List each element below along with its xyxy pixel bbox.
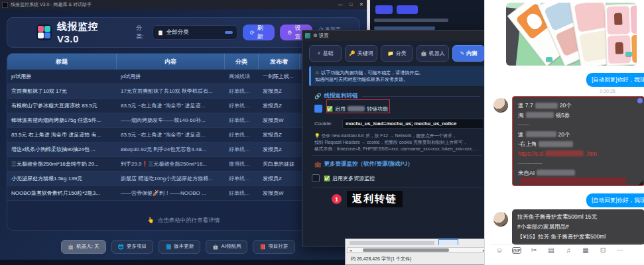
bulb-icon: 💡 (314, 133, 320, 138)
message-line: -右上角 (518, 139, 639, 149)
maximize-button[interactable]: □ (346, 2, 356, 7)
clipboard-icon: 📋 (157, 30, 163, 36)
redacted-text (374, 19, 448, 22)
cell-category: 好单线报-... (225, 99, 259, 113)
incoming-message[interactable]: 拉芳鱼子酱膏护发素500ml 15元#小卖部の家居用品#【¥15】拉芳 鱼子酱膏… (512, 209, 644, 245)
background-dialog-button[interactable] (397, 5, 418, 14)
file-tab[interactable] (438, 239, 458, 245)
background-dialog-button[interactable] (375, 5, 393, 14)
cell-publisher: 发报员W (259, 186, 300, 200)
scrollbar-thumb[interactable] (363, 248, 449, 252)
cookie-label: Cookie: (314, 121, 342, 127)
cell-title: 有根树山宁参冰糖大豆露凉枝 83.5元 (7, 99, 117, 113)
product-image[interactable] (506, 3, 637, 66)
cell-publisher: 发报员Z (259, 84, 300, 98)
category-select[interactable]: 📋 全部分类 (153, 25, 237, 40)
message-line: 速 7.720个 (518, 101, 639, 111)
refresh-button[interactable]: ⟳ 刷新 (243, 25, 275, 40)
horizontal-scrollbar[interactable]: ◂ ▸ (347, 247, 487, 253)
cell-publisher: 买白单的妹妹 (259, 157, 300, 171)
more-icon[interactable]: ⋯ (612, 246, 629, 254)
column-header: 内容 (117, 54, 225, 70)
gif-icon[interactable]: GIF (512, 247, 521, 254)
cell-category: 微博线报-... (225, 157, 259, 171)
message-text: 来自AI (518, 168, 535, 178)
cell-title: jd试用拼 (7, 70, 117, 83)
tab-关键词[interactable]: 🔑关键词 (345, 45, 377, 62)
rebate-checkbox[interactable] (314, 105, 322, 113)
outgoing-message: [自动回复]你好，我现 (586, 73, 644, 87)
tab-分类[interactable]: 📁分类 (381, 45, 413, 62)
tab-内测[interactable]: ✎内测 (452, 45, 485, 62)
tab-机器人[interactable]: 🤖机器人 (417, 45, 449, 62)
minimize-button[interactable]: — (335, 2, 346, 7)
avatar[interactable] (493, 98, 508, 113)
page-title: 线报监控 V3.0 (57, 21, 117, 44)
footer-button-[interactable]: 🌐更多项目 (111, 240, 153, 254)
category-label: 分类: (136, 24, 149, 41)
cookie-input[interactable]: mochu_us_load=mochu_us; mochu_us_notice (342, 119, 484, 129)
bolt-icon: ⚡ (317, 50, 320, 56)
cell-content: jd试用拼 (117, 70, 225, 83)
cell-publisher: 发报员W (259, 113, 300, 127)
resource-enable-label: 启用更多资源监控 (332, 175, 375, 182)
cell-content: ——烟肉烤肠发车——领140-60补... (117, 113, 225, 127)
cell-title: 三元极致全脂250ml*16盒纯牛奶 29... (7, 157, 117, 171)
robot-icon: 🤖 (212, 244, 218, 250)
redacted-text (537, 170, 575, 176)
cell-title: 宜而爽船袜了10双 17元 (7, 84, 117, 98)
window-title: 线报监控系统 V3.0 - 网趣库 & 对话助手 (11, 1, 92, 8)
warning-icon: ⚠ (315, 70, 319, 75)
cell-content: 旗舰店 赠送吃100g小壳泌尿处方猫粮... (117, 172, 225, 186)
redacted-link: https://s.cl (518, 149, 543, 159)
message-text: 速 7.7 (518, 101, 533, 111)
emoji-icon[interactable]: ☺ (491, 246, 508, 254)
screen: 线报监控系统 V3.0 - 网趣库 & 对话助手 —□✕ 线报监控 V3.0 分… (0, 0, 644, 265)
tab-label: 基础 (323, 50, 334, 57)
cell-content: ——营养保健🚀到！——NOOBO ... (117, 186, 225, 200)
close-button[interactable]: ✕ (356, 2, 367, 7)
cell-content: 88vip30.92元 到手24包无芯卷4.48... (117, 142, 225, 156)
divider (312, 187, 482, 187)
image-icon[interactable]: ▦ (577, 246, 594, 254)
column-header: 发布者 (259, 54, 300, 70)
footer-button-AI[interactable]: 🤖AI领航局 (206, 240, 247, 254)
footer-button-[interactable]: 📘版本更新 (159, 240, 200, 254)
column-header: 分类 (225, 54, 259, 70)
audio-icon[interactable]: ♫ (560, 246, 577, 254)
avatar[interactable] (493, 212, 508, 227)
cell-content: 83.5元 ~右上角进 "淘金币" 进足迹... (117, 99, 225, 113)
annotation-callout: 1 返利转链 (332, 191, 403, 207)
settings-dialog: ⚙ 设置 ⚡基础🔑关键词📁分类🤖机器人✎内测 ⚠以下功能为内测功能，可能不稳定，… (302, 30, 491, 246)
cell-publisher: 发报员Z (259, 142, 300, 156)
column-header: 标题 (7, 54, 117, 70)
message-timestamp: 0:30:28 (588, 89, 627, 93)
cell-publisher: 发报员Z (259, 99, 300, 113)
footer-button-label: 机器人: 关 (76, 243, 99, 250)
status-text: 约 26,428,426 字节(1 个文件) (351, 256, 411, 262)
screen-record-icon[interactable]: ⊡ (594, 246, 612, 254)
scroll-left-icon[interactable]: ◂ (348, 248, 354, 252)
resize-handle[interactable] (639, 180, 643, 185)
select-indicator-icon (225, 31, 233, 34)
dialog-titlebar: ⚙ 设置 (302, 30, 490, 41)
tab-基础[interactable]: ⚡基础 (309, 45, 342, 62)
footer-button-label: AI领航局 (222, 243, 241, 250)
cell-category: 商城线话 (225, 70, 259, 83)
book-icon: 📘 (165, 244, 171, 250)
resource-section-title: 💼 更多资源监控（软件/资源/游戏PJ） (314, 160, 480, 168)
footer-button-[interactable]: 🤖机器人: 关 (61, 240, 106, 254)
incoming-message-screenshot[interactable]: 速 7.720个淘领5券——速20个-右上角https://s.cl.htm--… (512, 96, 644, 186)
resource-checkbox[interactable] (312, 174, 320, 182)
folder-icon[interactable]: ▤ (543, 246, 560, 254)
cell-title: 锋味派黑猪肉烟肉烤肠175g 任选5件... (7, 113, 117, 127)
footer-button-[interactable]: 📕项目社群 (253, 240, 294, 254)
globe-icon: 🌐 (118, 244, 124, 250)
screenshot-icon[interactable]: ✂ (525, 246, 543, 254)
dialog-title: ⚙ 设置 (313, 32, 329, 39)
message-text: 淘 (518, 111, 524, 121)
cell-content: 到手29.9❗三元极致全脂250ml*16... (117, 157, 225, 171)
message-text: 领5券 (556, 111, 570, 121)
footer-button-label: 项目社群 (269, 243, 289, 250)
chat-toolbar: ☺GIF✂▤♫▦⊡⋯ (491, 244, 643, 256)
